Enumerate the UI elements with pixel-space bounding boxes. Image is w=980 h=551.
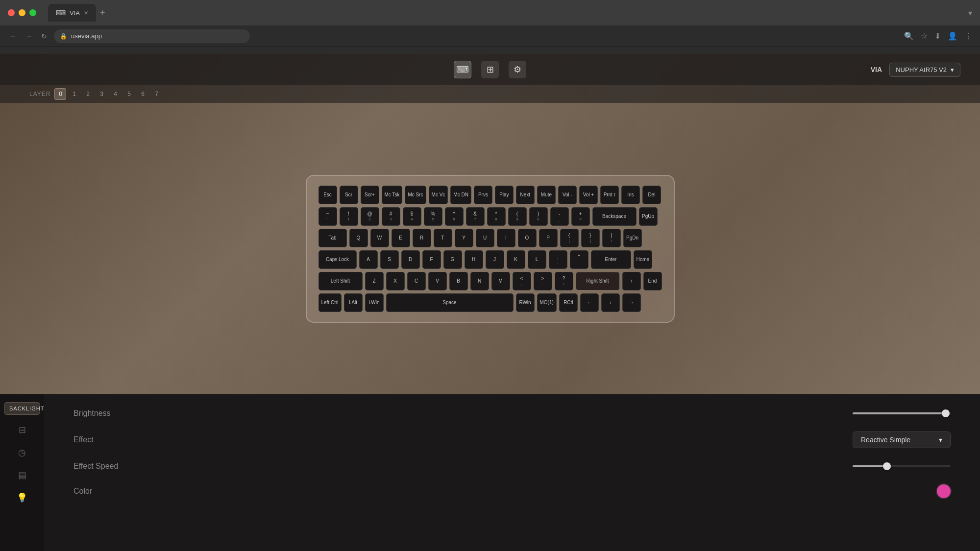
tab-expand-button[interactable]: ▾ <box>968 8 972 18</box>
key-6[interactable]: ^6 <box>445 207 464 226</box>
key-0[interactable]: )0 <box>529 207 548 226</box>
new-tab-button[interactable]: + <box>100 8 105 18</box>
key-p[interactable]: P <box>539 229 558 247</box>
color-swatch[interactable] <box>937 484 951 498</box>
brightness-thumb[interactable] <box>942 409 950 417</box>
key-x[interactable]: X <box>386 272 405 290</box>
layer-5[interactable]: 5 <box>123 88 135 100</box>
key-play[interactable]: Play <box>495 186 514 204</box>
key-equals[interactable]: += <box>571 207 590 226</box>
key-vol-up[interactable]: Vol + <box>579 186 598 204</box>
key-rctl[interactable]: RCtl <box>559 293 578 312</box>
layer-3[interactable]: 3 <box>96 88 107 100</box>
layer-2[interactable]: 2 <box>82 88 94 100</box>
key-esc[interactable]: Esc <box>318 186 337 204</box>
key-rbracket[interactable]: }] <box>581 229 600 247</box>
backlight-button[interactable]: BACKLIGHT <box>4 402 40 415</box>
key-minus[interactable]: -_ <box>550 207 569 226</box>
layer-0[interactable]: 0 <box>54 88 66 100</box>
key-mc-vc[interactable]: Mc Vc <box>429 186 448 204</box>
layer-6[interactable]: 6 <box>137 88 148 100</box>
key-5[interactable]: %5 <box>424 207 442 226</box>
menu-icon[interactable]: ⋮ <box>964 31 972 41</box>
key-9[interactable]: (9 <box>508 207 527 226</box>
key-left-shift[interactable]: Left Shift <box>318 272 363 290</box>
save-icon[interactable]: ▤ <box>16 468 28 482</box>
key-ins[interactable]: Ins <box>621 186 640 204</box>
key-u[interactable]: U <box>476 229 494 247</box>
key-scr-plus[interactable]: Scr+ <box>361 186 379 204</box>
effect-dropdown[interactable]: Reactive Simple ▾ <box>853 431 951 448</box>
reload-button[interactable]: ↻ <box>39 30 49 42</box>
key-left-ctrl[interactable]: Left Ctrl <box>318 293 342 312</box>
key-lwin[interactable]: LWin <box>365 293 384 312</box>
key-y[interactable]: Y <box>455 229 473 247</box>
key-del[interactable]: Del <box>642 186 661 204</box>
key-space[interactable]: Space <box>386 293 514 312</box>
key-r[interactable]: R <box>413 229 431 247</box>
brightness-slider[interactable] <box>853 412 951 414</box>
key-t[interactable]: T <box>434 229 452 247</box>
key-home[interactable]: Home <box>634 250 653 269</box>
key-mc-tsk[interactable]: Mc Tsk <box>382 186 403 204</box>
key-comma[interactable]: <, <box>513 272 531 290</box>
key-m[interactable]: M <box>491 272 510 290</box>
key-tab[interactable]: Tab <box>318 229 347 247</box>
key-left[interactable]: ← <box>580 293 599 312</box>
key-7[interactable]: &7 <box>466 207 485 226</box>
address-bar[interactable]: 🔒 usevia.app <box>54 29 250 43</box>
bookmark-icon[interactable]: ☆ <box>921 31 928 41</box>
forward-button[interactable]: → <box>24 30 34 42</box>
layer-4[interactable]: 4 <box>109 88 121 100</box>
key-n[interactable]: N <box>470 272 489 290</box>
settings-tab-icon[interactable]: ⚙ <box>509 61 526 78</box>
key-down[interactable]: ↓ <box>601 293 620 312</box>
keyboard-selector[interactable]: NUPHY AIR75 V2 ▾ <box>889 63 960 77</box>
key-mute[interactable]: Mute <box>537 186 556 204</box>
layers-icon[interactable]: ⊟ <box>17 423 28 437</box>
key-3[interactable]: #3 <box>382 207 400 226</box>
close-button[interactable] <box>8 9 15 16</box>
key-lbracket[interactable]: {[ <box>560 229 579 247</box>
key-backspace[interactable]: Backspace <box>592 207 637 226</box>
key-pgdn[interactable]: PgDn <box>623 229 642 247</box>
key-rwin[interactable]: RWin <box>516 293 535 312</box>
key-mc-dn[interactable]: Mc DN <box>450 186 471 204</box>
key-next[interactable]: Next <box>516 186 535 204</box>
effect-speed-slider[interactable] <box>853 465 951 467</box>
tab-close-button[interactable]: ✕ <box>84 10 88 16</box>
effect-speed-thumb[interactable] <box>883 462 891 470</box>
key-s[interactable]: S <box>380 250 399 269</box>
key-period[interactable]: >. <box>534 272 552 290</box>
key-pgup[interactable]: PgUp <box>639 207 658 226</box>
key-f[interactable]: F <box>422 250 441 269</box>
key-b[interactable]: B <box>449 272 468 290</box>
key-k[interactable]: K <box>507 250 525 269</box>
key-j[interactable]: J <box>486 250 504 269</box>
key-slash[interactable]: ?/ <box>555 272 573 290</box>
key-prvs[interactable]: Prvs <box>474 186 492 204</box>
key-backslash[interactable]: |\ <box>602 229 621 247</box>
key-e[interactable]: E <box>392 229 410 247</box>
key-capslock[interactable]: Caps Lock <box>318 250 357 269</box>
profile-icon[interactable]: 👤 <box>948 31 957 41</box>
key-vol-down[interactable]: Vol - <box>558 186 577 204</box>
key-tilde[interactable]: ~` <box>318 207 337 226</box>
layer-7[interactable]: 7 <box>150 88 162 100</box>
key-h[interactable]: H <box>465 250 483 269</box>
key-i[interactable]: I <box>497 229 515 247</box>
layout-tab-icon[interactable]: ⊞ <box>481 61 499 78</box>
keyboard-tab-icon[interactable]: ⌨ <box>454 61 471 78</box>
key-a[interactable]: A <box>359 250 378 269</box>
key-c[interactable]: C <box>407 272 426 290</box>
key-1[interactable]: !1 <box>340 207 358 226</box>
key-l[interactable]: L <box>528 250 546 269</box>
search-icon[interactable]: 🔍 <box>904 31 914 41</box>
key-quote[interactable]: "' <box>570 250 588 269</box>
key-right[interactable]: → <box>622 293 641 312</box>
key-o[interactable]: O <box>518 229 537 247</box>
key-g[interactable]: G <box>443 250 462 269</box>
key-up[interactable]: ↑ <box>622 272 641 290</box>
key-8[interactable]: *8 <box>487 207 506 226</box>
download-icon[interactable]: ⬇ <box>934 31 941 41</box>
